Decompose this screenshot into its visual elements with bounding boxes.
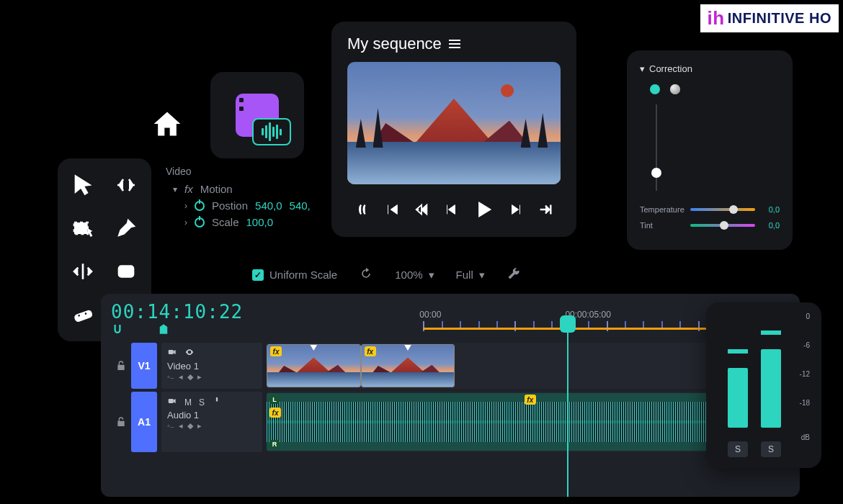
slider-thumb[interactable] bbox=[729, 205, 738, 214]
position-x-value[interactable]: 540,0 bbox=[255, 199, 282, 212]
track-target-badge[interactable]: A1 bbox=[131, 392, 157, 452]
svg-rect-1 bbox=[118, 266, 133, 277]
ripple-trim-tool[interactable] bbox=[111, 170, 141, 200]
mute-toggle[interactable]: M bbox=[184, 397, 192, 408]
mode-advanced-icon[interactable] bbox=[670, 84, 680, 94]
step-back-button[interactable] bbox=[440, 199, 462, 222]
marquee-tool[interactable] bbox=[68, 213, 98, 243]
program-monitor-panel: My sequence bbox=[331, 22, 576, 237]
svg-rect-5 bbox=[169, 350, 174, 354]
audio-waveform-icon bbox=[252, 118, 291, 145]
correction-header[interactable]: ▾ Correction bbox=[640, 63, 780, 74]
scale-tick: -6 bbox=[800, 341, 810, 349]
home-button[interactable] bbox=[151, 108, 183, 143]
solo-toggle[interactable]: S bbox=[199, 397, 205, 408]
media-type-card[interactable] bbox=[210, 72, 304, 158]
svg-rect-0 bbox=[74, 222, 88, 234]
solo-button-left[interactable]: S bbox=[728, 441, 748, 457]
temperature-value[interactable]: 0,0 bbox=[761, 205, 780, 214]
effect-section-label: Video bbox=[166, 166, 311, 177]
temperature-row: Temperature 0,0 bbox=[640, 205, 780, 214]
keyframe-nav[interactable]: ◦₋◂◆▸ bbox=[167, 421, 257, 431]
resolution-value: Full bbox=[456, 269, 473, 281]
keyframe-nav[interactable]: ◦₋◂◆▸ bbox=[167, 372, 257, 382]
video-clip[interactable]: fx bbox=[361, 344, 455, 387]
scale-value[interactable]: 100,0 bbox=[246, 216, 274, 228]
meter-bar-right bbox=[761, 349, 781, 428]
work-area-bar[interactable] bbox=[423, 328, 753, 330]
slider-thumb[interactable] bbox=[720, 221, 728, 230]
fx-badge-icon[interactable]: fx bbox=[269, 408, 281, 418]
brand-watermark: ih INFINITIVE HO bbox=[700, 4, 839, 32]
position-y-value[interactable]: 540, bbox=[290, 199, 311, 212]
channel-right-badge: R bbox=[269, 440, 280, 449]
tint-label: Tint bbox=[640, 221, 684, 230]
reset-button[interactable] bbox=[359, 266, 373, 283]
fx-icon: fx bbox=[184, 183, 193, 195]
brand-glyph-icon: ih bbox=[708, 7, 725, 30]
scale-tick: 0 bbox=[800, 312, 810, 320]
timecode-display[interactable]: 00:14:10:22 bbox=[111, 301, 243, 323]
audio-icon bbox=[167, 396, 177, 408]
checkbox-checked-icon: ✓ bbox=[252, 269, 264, 281]
video-track: V1 Video 1 ◦₋◂◆▸ fx fx bbox=[111, 343, 790, 389]
wrench-button[interactable] bbox=[507, 266, 521, 283]
mark-in-button[interactable] bbox=[352, 199, 373, 222]
mode-basic-icon[interactable] bbox=[650, 84, 660, 94]
scale-tick: -18 bbox=[800, 399, 810, 407]
video-track-header: Video 1 ◦₋◂◆▸ bbox=[161, 343, 262, 389]
video-track-name: Video 1 bbox=[167, 361, 257, 372]
timeline-toggle-icons bbox=[111, 323, 243, 338]
tint-value[interactable]: 0,0 bbox=[761, 221, 780, 230]
transport-controls bbox=[347, 196, 561, 225]
step-forward-button[interactable] bbox=[505, 199, 527, 222]
stopwatch-icon[interactable] bbox=[195, 217, 205, 228]
position-row[interactable]: › Postion 540,0 540, bbox=[184, 199, 311, 212]
scale-tick: -12 bbox=[800, 370, 810, 378]
rectangle-tool[interactable] bbox=[111, 256, 141, 287]
solo-button-right[interactable]: S bbox=[761, 441, 781, 457]
selection-tool[interactable] bbox=[68, 170, 98, 200]
razor-tool[interactable] bbox=[68, 300, 98, 330]
meter-bar-left bbox=[728, 368, 748, 428]
tint-slider[interactable] bbox=[690, 224, 755, 227]
video-clip[interactable]: fx bbox=[267, 344, 361, 387]
zoom-select[interactable]: 100% ▾ bbox=[395, 269, 434, 282]
motion-group[interactable]: ▾ fx Motion bbox=[173, 183, 311, 195]
exposure-slider[interactable] bbox=[656, 104, 657, 191]
linked-selection-icon[interactable] bbox=[134, 323, 147, 338]
fx-badge-icon[interactable]: fx bbox=[525, 395, 536, 405]
slider-thumb[interactable] bbox=[651, 168, 661, 178]
eye-icon[interactable] bbox=[184, 347, 195, 359]
sequence-title: My sequence bbox=[347, 35, 442, 53]
track-lock-toggle[interactable] bbox=[111, 392, 131, 452]
preview-viewport[interactable] bbox=[347, 62, 561, 184]
stopwatch-icon[interactable] bbox=[195, 201, 205, 211]
marker-icon[interactable] bbox=[157, 323, 170, 338]
pen-tool[interactable] bbox=[111, 213, 141, 243]
audio-clip[interactable]: L R fx fx bbox=[267, 393, 727, 451]
snap-toggle-icon[interactable] bbox=[111, 323, 124, 338]
track-target-badge[interactable]: V1 bbox=[131, 343, 157, 389]
uniform-scale-toggle[interactable]: ✓ Uniform Scale bbox=[252, 269, 337, 281]
playhead[interactable] bbox=[567, 321, 568, 497]
svg-rect-2 bbox=[74, 310, 93, 322]
scale-row[interactable]: › Scale 100,0 bbox=[184, 216, 311, 228]
resolution-select[interactable]: Full ▾ bbox=[456, 269, 485, 282]
go-to-out-button[interactable] bbox=[535, 199, 556, 222]
go-to-in-button[interactable] bbox=[381, 199, 403, 222]
step-back-many-button[interactable] bbox=[411, 199, 432, 222]
temperature-slider[interactable] bbox=[690, 208, 755, 211]
panel-menu-icon[interactable] bbox=[449, 40, 460, 48]
fx-badge-icon[interactable]: fx bbox=[365, 346, 376, 356]
audio-track-header: M S Audio 1 ◦₋◂◆▸ bbox=[161, 392, 262, 452]
timeline-panel: 00:14:10:22 00:00 00:00:05:00 00:00:10:0… bbox=[101, 294, 800, 497]
mic-icon[interactable] bbox=[212, 396, 222, 408]
track-lock-toggle[interactable] bbox=[111, 343, 131, 389]
fx-badge-icon[interactable]: fx bbox=[270, 346, 282, 356]
settings-icon[interactable] bbox=[180, 323, 193, 338]
slip-tool[interactable] bbox=[68, 256, 98, 287]
preview-frame-image bbox=[347, 62, 561, 184]
play-button[interactable] bbox=[470, 196, 497, 225]
svg-point-4 bbox=[84, 312, 87, 315]
